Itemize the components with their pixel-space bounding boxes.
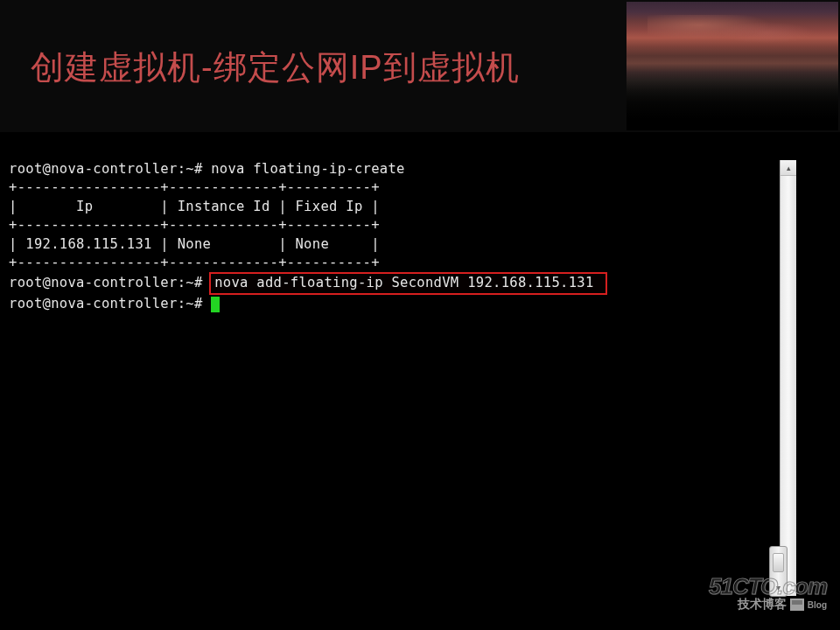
command-text: nova add-floating-ip SecondVM 192.168.11… — [214, 275, 593, 290]
terminal-window: root@nova-controller:~# nova floating-ip… — [9, 160, 796, 596]
header-sunset-image — [626, 2, 838, 130]
table-border: +-----------------+-------------+-------… — [9, 217, 380, 233]
scrollbar-track[interactable] — [780, 176, 796, 596]
slide-title: 创建虚拟机-绑定公网IP到虚拟机 — [31, 46, 520, 90]
highlighted-command: nova add-floating-ip SecondVM 192.168.11… — [209, 272, 607, 294]
table-border: +-----------------+-------------+-------… — [9, 255, 380, 270]
scrollbar[interactable]: ▴ — [780, 160, 796, 596]
table-row: | 192.168.115.131 | None | None | — [9, 236, 380, 252]
terminal-output[interactable]: root@nova-controller:~# nova floating-ip… — [9, 160, 780, 596]
slide-header: 创建虚拟机-绑定公网IP到虚拟机 — [0, 0, 840, 132]
blog-icon — [790, 598, 804, 611]
prompt: root@nova-controller:~# — [9, 275, 203, 290]
scrollbar-up-arrow-icon[interactable]: ▴ — [780, 160, 796, 176]
command-text: nova floating-ip-create — [211, 161, 405, 177]
watermark-en: Blog — [808, 600, 827, 610]
watermark-cn: 技术博客 — [738, 597, 787, 612]
table-header-row: | Ip | Instance Id | Fixed Ip | — [9, 199, 380, 214]
watermark: 51CTO.com 技术博客 Blog — [709, 573, 827, 612]
scroll-thumb[interactable] — [773, 553, 784, 572]
prompt: root@nova-controller:~# — [9, 161, 203, 177]
terminal-cursor — [211, 297, 220, 312]
prompt: root@nova-controller:~# — [9, 296, 203, 312]
table-border: +-----------------+-------------+-------… — [9, 179, 380, 195]
